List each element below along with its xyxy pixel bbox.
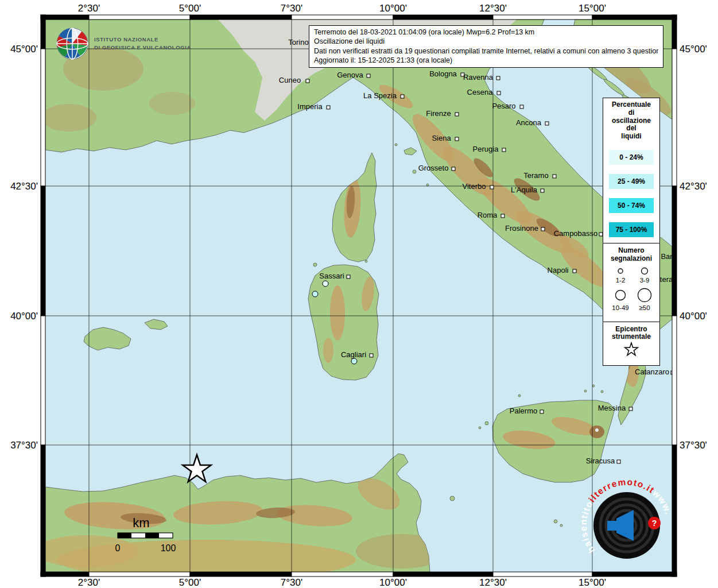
axis-label-lat-left: 45°00' bbox=[10, 44, 38, 55]
frame-segment bbox=[41, 49, 45, 186]
city-label: Cagliari bbox=[341, 350, 366, 359]
city-label: Torino bbox=[288, 38, 308, 47]
axis-label-lon-bottom: 12°30' bbox=[479, 577, 507, 588]
axis-label-lat-right: 37°30' bbox=[680, 440, 707, 451]
map-canvas: VercelliVeronaTorinoCuneoGenovaImperiaLa… bbox=[45, 20, 672, 572]
legend-count-circle bbox=[616, 290, 626, 300]
axis-label-lat-right: 42°30' bbox=[680, 181, 707, 192]
axis-label-lon-bottom: 7°30' bbox=[281, 577, 302, 588]
legend-count-circle bbox=[618, 269, 623, 273]
legend-swatch: 0 - 24% bbox=[609, 150, 654, 165]
city-marker bbox=[573, 269, 576, 273]
frame-segment bbox=[672, 316, 677, 445]
axis-label-lat-left: 37°30' bbox=[10, 440, 38, 451]
frame-segment bbox=[672, 49, 677, 186]
city-label: Firenze bbox=[426, 109, 451, 118]
scalebar-start: 0 bbox=[115, 543, 121, 553]
frame-segment bbox=[41, 445, 45, 577]
city-label: Catanzaro bbox=[635, 368, 669, 376]
legend-epicenter-title: Epicentrostrumentale bbox=[606, 326, 657, 342]
city-marker bbox=[502, 148, 506, 152]
city-label: Siracusa bbox=[586, 457, 615, 465]
legend-star-glyph bbox=[625, 343, 638, 355]
frame-segment bbox=[89, 15, 190, 20]
city-label: Frosinone bbox=[505, 224, 538, 233]
title-box: Terremoto del 18-03-2021 01:04:09 (ora l… bbox=[309, 25, 663, 68]
question-mark: ? bbox=[652, 519, 657, 528]
city-label: Perugia bbox=[473, 145, 499, 153]
city-label: L'Aquila bbox=[511, 185, 538, 194]
map-page: VercelliVeronaTorinoCuneoGenovaImperiaLa… bbox=[0, 0, 718, 588]
frame-segment bbox=[672, 15, 677, 49]
city-label: Imperia bbox=[297, 102, 323, 111]
city-marker bbox=[497, 91, 500, 95]
axis-label-lon-top: 15°00' bbox=[579, 3, 606, 14]
legend-count-label: 10-49 bbox=[612, 304, 628, 311]
title-line-disclaimer: Dati non verificati estratti da 19 quest… bbox=[314, 47, 658, 56]
city-label: Grosseto bbox=[418, 164, 449, 172]
legend: Percentualedioscillazionedelliquidi 0 - … bbox=[603, 98, 660, 366]
legend-count-label: 1-2 bbox=[616, 277, 626, 284]
legend-divider-1 bbox=[603, 243, 659, 243]
city-marker bbox=[347, 275, 350, 278]
axis-label-lon-top: 5°00' bbox=[179, 3, 201, 14]
axis-label-lat-left: 40°00' bbox=[10, 311, 38, 322]
title-line-updated: Aggiornato il: 15-12-2025 21:33 (ora loc… bbox=[314, 56, 658, 65]
city-marker bbox=[455, 137, 459, 141]
axis-label-lon-top: 7°30' bbox=[281, 3, 302, 14]
report-point bbox=[323, 281, 328, 287]
legend-swatch: 75 - 100% bbox=[609, 222, 654, 237]
city-marker bbox=[541, 227, 545, 231]
city-marker bbox=[496, 76, 500, 80]
ingv-text: ISTITUTO NAZIONALE DI GEOFISICA E VULCAN… bbox=[94, 36, 191, 52]
frame-segment bbox=[190, 572, 292, 577]
city-label: Cesena bbox=[467, 88, 494, 96]
frame-segment bbox=[292, 15, 393, 20]
axis-label-lon-bottom: 5°00' bbox=[179, 577, 201, 588]
frame-segment bbox=[41, 572, 89, 577]
city-marker bbox=[545, 122, 549, 125]
axis-label-lon-top: 10°00' bbox=[379, 3, 407, 14]
city-marker bbox=[327, 106, 330, 109]
city-marker bbox=[367, 74, 370, 78]
ingv-line1: ISTITUTO NAZIONALE bbox=[94, 36, 191, 44]
frame-segment bbox=[672, 186, 677, 316]
report-point bbox=[351, 358, 357, 364]
axis-label-lat-right: 45°00' bbox=[680, 44, 707, 55]
city-label: Genova bbox=[337, 71, 363, 79]
legend-swatches: 0 - 24%25 - 49%50 - 74%75 - 100% bbox=[606, 150, 657, 237]
city-label: Sassari bbox=[319, 272, 344, 280]
city-marker bbox=[306, 79, 309, 83]
city-label: Cuneo bbox=[279, 76, 301, 84]
frame-segment bbox=[190, 15, 292, 20]
frame-segment bbox=[672, 445, 677, 577]
legend-counts-title: Numerosegnalazioni bbox=[606, 247, 657, 263]
city-marker bbox=[455, 113, 459, 116]
scalebar-unit: km bbox=[133, 516, 149, 530]
city-label: La Spezia bbox=[363, 91, 397, 100]
city-label: Viterbo bbox=[463, 182, 486, 191]
legend-divider-2 bbox=[603, 322, 659, 322]
city-marker bbox=[553, 175, 556, 178]
city-label: Bari bbox=[661, 252, 672, 261]
legend-swatch: 25 - 49% bbox=[609, 174, 654, 189]
legend-pct-title: Percentualedioscillazionedelliquidi bbox=[606, 101, 657, 141]
axis-label-lon-bottom: 15°00' bbox=[579, 577, 606, 588]
city-label: Campobasso bbox=[554, 229, 598, 238]
legend-count-circle bbox=[638, 288, 651, 301]
frame-segment bbox=[592, 572, 677, 577]
frame-segment bbox=[493, 572, 592, 577]
frame-segment bbox=[493, 15, 592, 20]
axis-label-lat-left: 42°30' bbox=[10, 181, 38, 192]
city-label: Roma bbox=[478, 211, 498, 219]
frame-segment bbox=[41, 316, 45, 445]
city-label: Siena bbox=[432, 134, 451, 142]
title-line-event: Terremoto del 18-03-2021 01:04:09 (ora l… bbox=[314, 28, 658, 37]
legend-count-circles: 1-23-910-49≥50 bbox=[606, 263, 658, 314]
city-marker bbox=[501, 214, 504, 218]
legend-swatch: 50 - 74% bbox=[609, 198, 654, 213]
title-line-question: Oscillazione dei liquidi bbox=[314, 37, 658, 46]
city-marker bbox=[540, 410, 544, 413]
city-label: Messina bbox=[598, 404, 626, 412]
frame-segment bbox=[41, 15, 45, 49]
